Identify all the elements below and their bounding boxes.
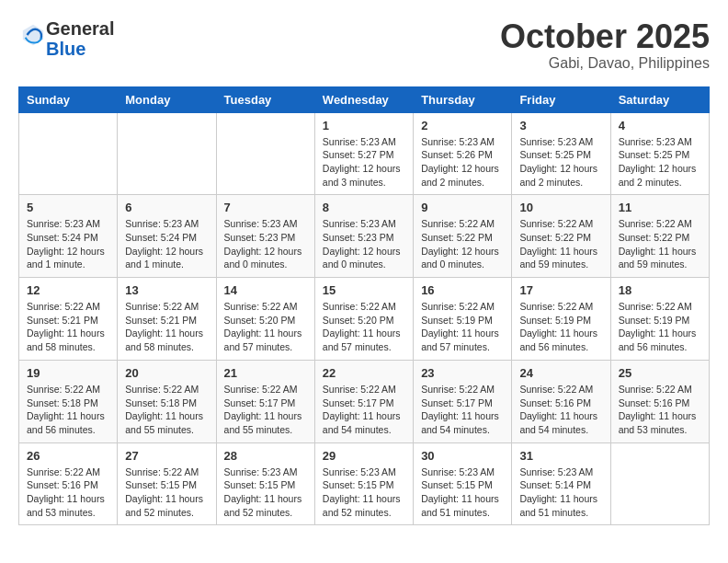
day-info: Sunrise: 5:22 AM Sunset: 5:22 PM Dayligh… [619, 217, 701, 271]
day-number: 31 [519, 449, 602, 463]
calendar-cell: 11Sunrise: 5:22 AM Sunset: 5:22 PM Dayli… [610, 195, 709, 278]
logo-general: General [46, 18, 114, 39]
calendar-cell: 29Sunrise: 5:23 AM Sunset: 5:15 PM Dayli… [314, 442, 413, 525]
day-info: Sunrise: 5:23 AM Sunset: 5:26 PM Dayligh… [421, 135, 504, 190]
day-info: Sunrise: 5:22 AM Sunset: 5:17 PM Dayligh… [224, 383, 307, 437]
calendar-cell: 2Sunrise: 5:23 AM Sunset: 5:26 PM Daylig… [414, 112, 512, 195]
day-number: 17 [519, 283, 602, 297]
header-thursday: Thursday [414, 86, 512, 112]
day-info: Sunrise: 5:22 AM Sunset: 5:16 PM Dayligh… [519, 383, 602, 437]
day-number: 4 [619, 119, 701, 132]
calendar-cell: 28Sunrise: 5:23 AM Sunset: 5:15 PM Dayli… [216, 442, 314, 525]
day-info: Sunrise: 5:22 AM Sunset: 5:16 PM Dayligh… [619, 383, 701, 437]
header-tuesday: Tuesday [216, 86, 314, 112]
day-info: Sunrise: 5:23 AM Sunset: 5:23 PM Dayligh… [224, 217, 307, 271]
day-number: 16 [421, 283, 504, 297]
calendar: Sunday Monday Tuesday Wednesday Thursday… [18, 86, 710, 526]
day-info: Sunrise: 5:23 AM Sunset: 5:15 PM Dayligh… [224, 465, 307, 520]
calendar-cell: 6Sunrise: 5:23 AM Sunset: 5:24 PM Daylig… [118, 195, 216, 278]
calendar-cell: 14Sunrise: 5:22 AM Sunset: 5:20 PM Dayli… [216, 278, 314, 361]
header-sunday: Sunday [19, 86, 118, 112]
calendar-cell: 19Sunrise: 5:22 AM Sunset: 5:18 PM Dayli… [19, 360, 118, 442]
day-number: 13 [125, 283, 208, 297]
day-info: Sunrise: 5:22 AM Sunset: 5:19 PM Dayligh… [519, 300, 602, 354]
header-row: Sunday Monday Tuesday Wednesday Thursday… [19, 86, 710, 112]
day-number: 8 [323, 201, 405, 214]
day-number: 27 [125, 449, 208, 463]
logo-icon [20, 22, 46, 48]
calendar-cell: 12Sunrise: 5:22 AM Sunset: 5:21 PM Dayli… [19, 278, 118, 361]
day-info: Sunrise: 5:23 AM Sunset: 5:24 PM Dayligh… [125, 217, 208, 271]
calendar-cell: 16Sunrise: 5:22 AM Sunset: 5:19 PM Dayli… [414, 278, 512, 361]
calendar-week-2: 5Sunrise: 5:23 AM Sunset: 5:24 PM Daylig… [19, 195, 710, 278]
calendar-cell: 22Sunrise: 5:22 AM Sunset: 5:17 PM Dayli… [314, 360, 413, 442]
day-number: 26 [27, 449, 109, 463]
calendar-week-3: 12Sunrise: 5:22 AM Sunset: 5:21 PM Dayli… [19, 278, 710, 361]
day-info: Sunrise: 5:22 AM Sunset: 5:20 PM Dayligh… [224, 300, 307, 354]
calendar-cell: 21Sunrise: 5:22 AM Sunset: 5:17 PM Dayli… [216, 360, 314, 442]
day-number: 18 [619, 283, 701, 297]
day-info: Sunrise: 5:23 AM Sunset: 5:14 PM Dayligh… [519, 465, 602, 520]
header-friday: Friday [512, 86, 610, 112]
page-header: General Blue October 2025 Gabi, Davao, P… [18, 18, 710, 72]
day-info: Sunrise: 5:22 AM Sunset: 5:15 PM Dayligh… [125, 465, 208, 520]
day-info: Sunrise: 5:22 AM Sunset: 5:17 PM Dayligh… [421, 383, 504, 437]
day-number: 20 [125, 366, 208, 380]
day-number: 11 [619, 201, 701, 214]
day-number: 1 [323, 119, 405, 132]
calendar-cell [216, 112, 314, 195]
calendar-cell: 8Sunrise: 5:23 AM Sunset: 5:23 PM Daylig… [314, 195, 413, 278]
calendar-cell: 7Sunrise: 5:23 AM Sunset: 5:23 PM Daylig… [216, 195, 314, 278]
logo-blue: Blue [46, 39, 85, 59]
calendar-cell: 3Sunrise: 5:23 AM Sunset: 5:25 PM Daylig… [512, 112, 610, 195]
day-info: Sunrise: 5:22 AM Sunset: 5:22 PM Dayligh… [421, 217, 504, 271]
day-info: Sunrise: 5:22 AM Sunset: 5:19 PM Dayligh… [421, 300, 504, 354]
day-number: 12 [27, 283, 109, 297]
header-monday: Monday [118, 86, 216, 112]
calendar-cell: 13Sunrise: 5:22 AM Sunset: 5:21 PM Dayli… [118, 278, 216, 361]
calendar-cell: 1Sunrise: 5:23 AM Sunset: 5:27 PM Daylig… [314, 112, 413, 195]
calendar-cell: 20Sunrise: 5:22 AM Sunset: 5:18 PM Dayli… [118, 360, 216, 442]
day-number: 6 [125, 201, 208, 214]
header-wednesday: Wednesday [314, 86, 413, 112]
calendar-cell: 30Sunrise: 5:23 AM Sunset: 5:15 PM Dayli… [414, 442, 512, 525]
day-info: Sunrise: 5:23 AM Sunset: 5:27 PM Dayligh… [323, 135, 405, 190]
day-number: 5 [27, 201, 109, 214]
day-info: Sunrise: 5:23 AM Sunset: 5:25 PM Dayligh… [619, 135, 701, 190]
day-number: 15 [323, 283, 405, 297]
day-info: Sunrise: 5:22 AM Sunset: 5:19 PM Dayligh… [619, 300, 701, 354]
day-number: 10 [519, 201, 602, 214]
calendar-cell: 5Sunrise: 5:23 AM Sunset: 5:24 PM Daylig… [19, 195, 118, 278]
month-title: October 2025 [500, 18, 710, 55]
header-saturday: Saturday [610, 86, 709, 112]
day-info: Sunrise: 5:23 AM Sunset: 5:25 PM Dayligh… [519, 135, 602, 190]
day-info: Sunrise: 5:23 AM Sunset: 5:23 PM Dayligh… [323, 217, 405, 271]
calendar-cell: 27Sunrise: 5:22 AM Sunset: 5:15 PM Dayli… [118, 442, 216, 525]
title-block: October 2025 Gabi, Davao, Philippines [500, 18, 710, 72]
calendar-cell: 17Sunrise: 5:22 AM Sunset: 5:19 PM Dayli… [512, 278, 610, 361]
day-number: 24 [519, 366, 602, 380]
day-number: 21 [224, 366, 307, 380]
day-info: Sunrise: 5:22 AM Sunset: 5:22 PM Dayligh… [519, 217, 602, 271]
calendar-cell: 10Sunrise: 5:22 AM Sunset: 5:22 PM Dayli… [512, 195, 610, 278]
day-info: Sunrise: 5:22 AM Sunset: 5:18 PM Dayligh… [125, 383, 208, 437]
day-info: Sunrise: 5:22 AM Sunset: 5:21 PM Dayligh… [125, 300, 208, 354]
location: Gabi, Davao, Philippines [500, 55, 710, 72]
calendar-header: Sunday Monday Tuesday Wednesday Thursday… [19, 86, 710, 112]
day-number: 28 [224, 449, 307, 463]
calendar-cell: 9Sunrise: 5:22 AM Sunset: 5:22 PM Daylig… [414, 195, 512, 278]
day-number: 9 [421, 201, 504, 214]
calendar-week-4: 19Sunrise: 5:22 AM Sunset: 5:18 PM Dayli… [19, 360, 710, 442]
day-info: Sunrise: 5:23 AM Sunset: 5:15 PM Dayligh… [421, 465, 504, 520]
calendar-cell: 24Sunrise: 5:22 AM Sunset: 5:16 PM Dayli… [512, 360, 610, 442]
day-info: Sunrise: 5:22 AM Sunset: 5:16 PM Dayligh… [27, 465, 109, 520]
day-info: Sunrise: 5:23 AM Sunset: 5:24 PM Dayligh… [27, 217, 109, 271]
calendar-cell: 4Sunrise: 5:23 AM Sunset: 5:25 PM Daylig… [610, 112, 709, 195]
calendar-cell [610, 442, 709, 525]
day-number: 25 [619, 366, 701, 380]
calendar-body: 1Sunrise: 5:23 AM Sunset: 5:27 PM Daylig… [19, 112, 710, 525]
day-info: Sunrise: 5:22 AM Sunset: 5:21 PM Dayligh… [27, 300, 109, 354]
day-number: 23 [421, 366, 504, 380]
day-info: Sunrise: 5:23 AM Sunset: 5:15 PM Dayligh… [323, 465, 405, 520]
calendar-cell: 15Sunrise: 5:22 AM Sunset: 5:20 PM Dayli… [314, 278, 413, 361]
